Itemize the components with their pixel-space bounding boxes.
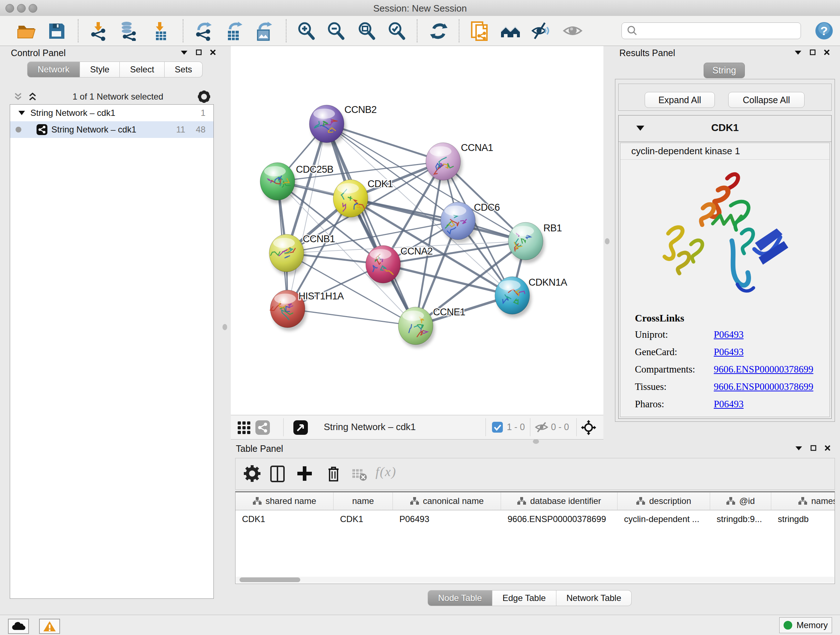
network-node-CDC25B[interactable]	[260, 163, 297, 203]
table-cell[interactable]: P06493	[393, 510, 501, 528]
panel-menu-icon[interactable]	[794, 50, 802, 55]
tab-node-table[interactable]: Node Table	[428, 590, 493, 606]
crosslink-link[interactable]: P06493	[714, 347, 744, 358]
network-node-CCNE1[interactable]	[398, 307, 435, 348]
collapse-all-icon[interactable]	[13, 91, 24, 102]
import-network-from-database-icon[interactable]	[118, 21, 139, 41]
network-node-CDKN1A[interactable]	[495, 277, 531, 318]
table-cell[interactable]: cyclin-dependent ...	[617, 510, 710, 528]
open-in-window-icon[interactable]	[293, 420, 308, 435]
zoom-selected-icon[interactable]	[386, 21, 407, 41]
table-cell[interactable]: stringdb:9...	[710, 510, 771, 528]
help-icon[interactable]: ?	[815, 21, 835, 42]
network-node-CCNA2[interactable]	[366, 245, 402, 287]
column-header-description[interactable]: description	[617, 492, 710, 510]
right-splitter-handle[interactable]	[605, 238, 609, 244]
search-input[interactable]	[641, 25, 801, 36]
show-columns-icon[interactable]	[269, 465, 287, 484]
save-session-icon[interactable]	[46, 21, 66, 41]
export-table-icon[interactable]	[224, 21, 244, 41]
network-node-CDK1[interactable]	[333, 180, 370, 220]
close-panel-icon[interactable]	[824, 49, 830, 55]
protein-card-header[interactable]: CDK1	[619, 116, 831, 142]
toolbar-separator	[183, 19, 183, 42]
crosslink-row: Tissues:9606.ENSP00000378699	[635, 381, 823, 393]
horizontal-scrollbar[interactable]	[236, 577, 834, 583]
close-panel-icon[interactable]	[824, 445, 831, 451]
column-header-name[interactable]: name	[333, 492, 393, 510]
memory-status-dot	[783, 621, 792, 630]
zoom-fit-icon[interactable]	[356, 21, 377, 41]
float-panel-icon[interactable]	[196, 49, 202, 55]
warnings-button[interactable]	[39, 619, 60, 634]
export-network-icon[interactable]	[194, 21, 214, 41]
node-label-CCNE1: CCNE1	[433, 307, 465, 318]
level-of-detail-eye-icon[interactable]	[562, 21, 583, 41]
left-splitter-handle[interactable]	[223, 324, 227, 330]
cloud-button[interactable]	[8, 619, 29, 634]
add-column-icon[interactable]	[296, 465, 315, 484]
memory-button[interactable]: Memory	[779, 617, 832, 633]
toolbar-divider	[485, 418, 486, 436]
node-table[interactable]: shared namenamecanonical namedatabase id…	[235, 491, 835, 584]
refresh-layout-icon[interactable]	[429, 21, 449, 41]
panel-menu-icon[interactable]	[795, 446, 802, 451]
tab-network-table[interactable]: Network Table	[556, 590, 632, 606]
zoom-in-icon[interactable]	[296, 21, 316, 41]
network-node-CDC6[interactable]	[441, 202, 477, 243]
crosslink-label: Compartments:	[635, 364, 714, 375]
network-node-CCNA1[interactable]	[426, 143, 462, 184]
open-session-icon[interactable]	[16, 21, 36, 41]
table-cell[interactable]: 9606.ENSP00000378699	[501, 510, 617, 528]
network-node-CCNB2[interactable]	[309, 105, 346, 146]
network-share-icon[interactable]	[255, 420, 270, 435]
tab-style[interactable]: Style	[80, 62, 120, 78]
table-cell[interactable]: CDK1	[333, 510, 393, 528]
network-collection-row[interactable]: String Network – cdk1 1	[10, 105, 213, 121]
column-header-shared-name[interactable]: shared name	[235, 492, 333, 510]
table-row[interactable]: CDK1CDK1P064939606.ENSP00000378699cyclin…	[235, 510, 835, 528]
column-header-namespace[interactable]: namespace	[771, 492, 835, 510]
float-panel-icon[interactable]	[810, 445, 816, 451]
network-options-gear-icon[interactable]	[198, 90, 210, 103]
tab-edge-table[interactable]: Edge Table	[493, 590, 556, 606]
column-header-canonical-name[interactable]: canonical name	[393, 492, 501, 510]
collapse-all-button[interactable]: Collapse All	[728, 92, 805, 108]
zoom-out-icon[interactable]	[325, 21, 346, 41]
crosslink-link[interactable]: P06493	[714, 399, 744, 410]
tab-network[interactable]: Network	[27, 62, 80, 78]
collection-expander-icon[interactable]	[18, 110, 25, 116]
selected-checkbox-icon[interactable]	[492, 421, 503, 433]
network-row[interactable]: String Network – cdk1 11 48	[10, 121, 213, 138]
tab-sets[interactable]: Sets	[164, 62, 202, 78]
column-header-@id[interactable]: @id	[710, 492, 771, 510]
network-node-RB1[interactable]	[508, 222, 545, 263]
expand-all-button[interactable]: Expand All	[645, 92, 715, 108]
panel-menu-icon[interactable]	[180, 50, 188, 55]
table-cell[interactable]: stringdb	[771, 510, 835, 528]
scrollbar-thumb[interactable]	[240, 578, 300, 582]
table-options-gear-icon[interactable]	[243, 465, 262, 484]
import-table-from-file-icon[interactable]	[150, 21, 171, 41]
close-panel-icon[interactable]	[210, 49, 216, 55]
tab-string[interactable]: String	[704, 63, 745, 78]
tab-select[interactable]: Select	[120, 62, 164, 78]
protein-name: CDK1	[619, 122, 831, 134]
import-network-from-file-icon[interactable]	[88, 21, 109, 41]
crosslink-link[interactable]: 9606.ENSP00000378699	[714, 381, 813, 393]
share-annotation-icon[interactable]	[470, 21, 490, 41]
expand-all-icon[interactable]	[27, 91, 38, 102]
network-canvas[interactable]: CCNB2CCNA1CDC25BCDK1CDC6RB1CCNB1CCNA2CDK…	[231, 46, 603, 415]
fit-content-crosshair-icon[interactable]	[581, 420, 596, 435]
column-header-database-identifier[interactable]: database identifier	[501, 492, 617, 510]
grid-view-icon[interactable]	[237, 421, 251, 434]
hidden-eye-icon[interactable]	[535, 421, 548, 433]
float-panel-icon[interactable]	[810, 49, 816, 55]
table-cell[interactable]: CDK1	[235, 510, 333, 528]
crosslink-link[interactable]: P06493	[714, 329, 744, 340]
export-image-icon[interactable]	[253, 21, 273, 41]
network-overview-houses-icon[interactable]	[500, 21, 521, 41]
delete-column-icon[interactable]	[325, 465, 344, 484]
hide-graphics-details-icon[interactable]	[531, 21, 551, 41]
crosslink-link[interactable]: 9606.ENSP00000378699	[714, 364, 813, 375]
